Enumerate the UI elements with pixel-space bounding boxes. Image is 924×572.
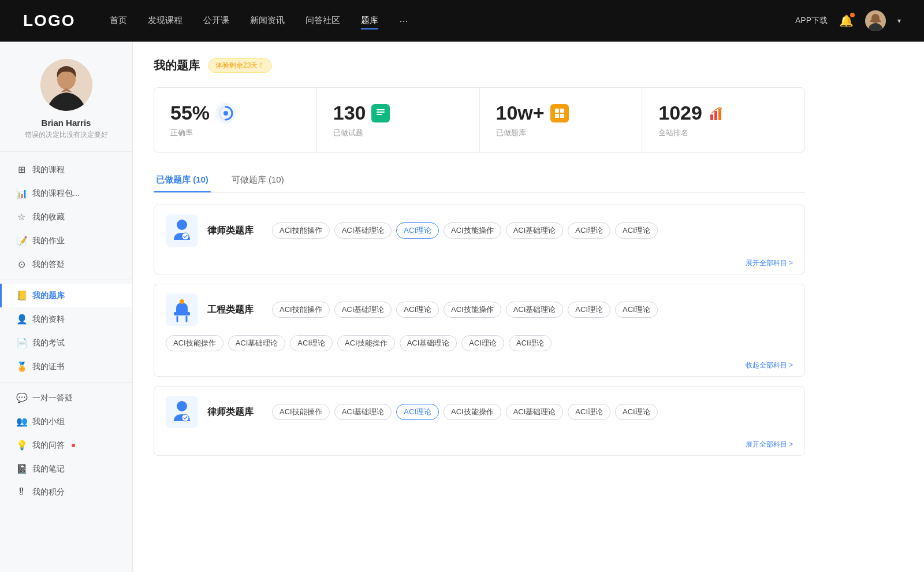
notes-icon: 📓 bbox=[16, 463, 27, 474]
bank-expand-3: 展开全部科目 > bbox=[154, 437, 804, 455]
bank-tag[interactable]: ACI技能操作 bbox=[444, 302, 501, 318]
sidebar-item-course-pack[interactable]: 📊 我的课程包... bbox=[0, 181, 132, 205]
nav-link-more[interactable]: ··· bbox=[399, 13, 408, 29]
certificate-icon: 🏅 bbox=[16, 361, 27, 372]
bank-list: 律师类题库 ACI技能操作 ACI基础理论 ACI理论 ACI技能操作 ACI基… bbox=[154, 205, 805, 465]
bank-tag[interactable]: ACI理论 bbox=[615, 404, 658, 420]
bank-expand-1: 展开全部科目 > bbox=[154, 256, 804, 274]
stat-ranking-label: 全站排名 bbox=[658, 128, 788, 138]
qa-notification-dot bbox=[72, 444, 75, 447]
sidebar-item-qa[interactable]: ⊙ 我的答疑 bbox=[0, 252, 132, 276]
sidebar-item-course[interactable]: ⊞ 我的课程 bbox=[0, 158, 132, 181]
questions-icon bbox=[371, 104, 390, 122]
bank-tag[interactable]: ACI理论 bbox=[615, 302, 658, 318]
banks-icon bbox=[550, 104, 569, 122]
bank-tag[interactable]: ACI技能操作 bbox=[337, 335, 395, 351]
nav-right: APP下载 🔔 ▾ bbox=[795, 10, 901, 31]
bank-tag[interactable]: ACI理论 bbox=[615, 222, 658, 239]
stat-banks-label: 已做题库 bbox=[496, 128, 626, 138]
bank-tag[interactable]: ACI理论 bbox=[568, 404, 610, 420]
bank-tag[interactable]: ACI技能操作 bbox=[444, 404, 501, 420]
sidebar-item-group[interactable]: 👥 我的小组 bbox=[0, 410, 132, 433]
nav-link-opencourse[interactable]: 公开课 bbox=[203, 13, 229, 29]
stat-banks-value: 10w+ bbox=[496, 102, 545, 124]
sidebar-item-certificate[interactable]: 🏅 我的证书 bbox=[0, 355, 132, 378]
svg-rect-12 bbox=[560, 109, 564, 113]
sidebar-profile: Brian Harris 错误的决定比没有决定要好 bbox=[0, 42, 132, 152]
nav-link-home[interactable]: 首页 bbox=[110, 13, 127, 29]
nav-bell[interactable]: 🔔 bbox=[839, 14, 854, 28]
bank-tag[interactable]: ACI技能操作 bbox=[272, 404, 330, 420]
nav-link-news[interactable]: 新闻资讯 bbox=[250, 13, 285, 29]
bank-tag[interactable]: ACI基础理论 bbox=[506, 302, 564, 318]
tab-available[interactable]: 可做题库 (10) bbox=[229, 169, 286, 192]
svg-rect-9 bbox=[377, 112, 385, 113]
stat-questions-value: 130 bbox=[333, 102, 366, 124]
svg-rect-14 bbox=[560, 114, 564, 118]
svg-rect-17 bbox=[718, 109, 721, 120]
bank-tag[interactable]: ACI理论 bbox=[568, 222, 610, 239]
nav-app-download[interactable]: APP下载 bbox=[795, 16, 828, 26]
sidebar-item-notes[interactable]: 📓 我的笔记 bbox=[0, 457, 132, 481]
bell-dot bbox=[850, 13, 855, 17]
profile-motto: 错误的决定比没有决定要好 bbox=[25, 130, 108, 140]
bank-tag[interactable]: ACI基础理论 bbox=[334, 404, 392, 420]
bank-card-2: 工程类题库 ACI技能操作 ACI基础理论 ACI理论 ACI技能操作 ACI基… bbox=[154, 284, 805, 377]
bank-tag-active[interactable]: ACI理论 bbox=[396, 222, 439, 239]
sidebar-item-favorites[interactable]: ☆ 我的收藏 bbox=[0, 205, 132, 229]
bank-avatar-1 bbox=[166, 214, 198, 247]
question-bank-icon: 📒 bbox=[16, 290, 27, 301]
bank-tags-1: ACI技能操作 ACI基础理论 ACI理论 ACI技能操作 ACI基础理论 AC… bbox=[272, 222, 793, 239]
nav-avatar[interactable] bbox=[865, 10, 886, 31]
bank-tag[interactable]: ACI基础理论 bbox=[506, 404, 564, 420]
page-title: 我的题库 bbox=[154, 58, 200, 73]
favorites-icon: ☆ bbox=[16, 211, 27, 222]
page-header: 我的题库 体验剩余23天！ bbox=[154, 58, 805, 73]
bank-tag[interactable]: ACI基础理论 bbox=[506, 222, 564, 239]
stat-ranking: 1029 全站排名 bbox=[642, 88, 804, 152]
sidebar-item-profile[interactable]: 👤 我的资料 bbox=[0, 307, 132, 331]
bank-tag[interactable]: ACI技能操作 bbox=[272, 302, 330, 318]
bank-tag[interactable]: ACI技能操作 bbox=[166, 335, 223, 351]
tutoring-icon: 💬 bbox=[16, 392, 27, 403]
sidebar-item-exam[interactable]: 📄 我的考试 bbox=[0, 331, 132, 355]
tab-done[interactable]: 已做题库 (10) bbox=[154, 169, 211, 192]
bank-tags-row2: ACI技能操作 ACI基础理论 ACI理论 ACI技能操作 ACI基础理论 AC… bbox=[154, 335, 804, 358]
bank-expand-btn-2[interactable]: 收起全部科目 > bbox=[746, 361, 793, 370]
svg-point-18 bbox=[177, 220, 187, 230]
bank-name-1: 律师类题库 bbox=[207, 225, 254, 237]
bank-tag[interactable]: ACI基础理论 bbox=[334, 222, 392, 239]
exam-icon: 📄 bbox=[16, 337, 27, 348]
bank-tag[interactable]: ACI理论 bbox=[396, 302, 439, 318]
bank-expand-btn-1[interactable]: 展开全部科目 > bbox=[746, 258, 793, 268]
nav-link-courses[interactable]: 发现课程 bbox=[148, 13, 182, 29]
bank-tag[interactable]: ACI理论 bbox=[509, 335, 552, 351]
bank-tag-active[interactable]: ACI理论 bbox=[396, 404, 439, 420]
bank-tag[interactable]: ACI基础理论 bbox=[228, 335, 286, 351]
homework-icon: 📝 bbox=[16, 235, 27, 246]
sidebar-item-question-bank[interactable]: 📒 我的题库 bbox=[0, 284, 132, 307]
bank-tag[interactable]: ACI理论 bbox=[568, 302, 610, 318]
bank-tag[interactable]: ACI基础理论 bbox=[400, 335, 457, 351]
stat-accuracy: 55% 正确率 bbox=[154, 88, 317, 152]
bank-tag[interactable]: ACI理论 bbox=[461, 335, 504, 351]
sidebar-item-homework[interactable]: 📝 我的作业 bbox=[0, 229, 132, 252]
sidebar-item-points[interactable]: 🎖 我的积分 bbox=[0, 481, 132, 504]
svg-rect-20 bbox=[174, 312, 190, 315]
nav-chevron-icon[interactable]: ▾ bbox=[897, 17, 901, 25]
bank-tags-2: ACI技能操作 ACI基础理论 ACI理论 ACI技能操作 ACI基础理论 AC… bbox=[272, 302, 793, 318]
bank-tag[interactable]: ACI理论 bbox=[290, 335, 333, 351]
nav-logo[interactable]: LOGO bbox=[23, 12, 75, 30]
bank-tag[interactable]: ACI技能操作 bbox=[272, 222, 330, 239]
sidebar-item-tutoring[interactable]: 💬 一对一答疑 bbox=[0, 386, 132, 410]
bank-expand-btn-3[interactable]: 展开全部科目 > bbox=[746, 440, 793, 450]
nav-link-qa[interactable]: 问答社区 bbox=[305, 13, 340, 29]
sidebar-item-my-qa[interactable]: 💡 我的问答 bbox=[0, 433, 132, 457]
stats-row: 55% 正确率 130 bbox=[154, 87, 805, 153]
bank-tag[interactable]: ACI基础理论 bbox=[334, 302, 392, 318]
bank-tag[interactable]: ACI技能操作 bbox=[444, 222, 501, 239]
svg-rect-15 bbox=[710, 114, 713, 120]
tabs: 已做题库 (10) 可做题库 (10) bbox=[154, 169, 805, 193]
nav-link-bank[interactable]: 题库 bbox=[361, 13, 378, 29]
layout: Brian Harris 错误的决定比没有决定要好 ⊞ 我的课程 📊 我的课程包… bbox=[0, 42, 924, 572]
